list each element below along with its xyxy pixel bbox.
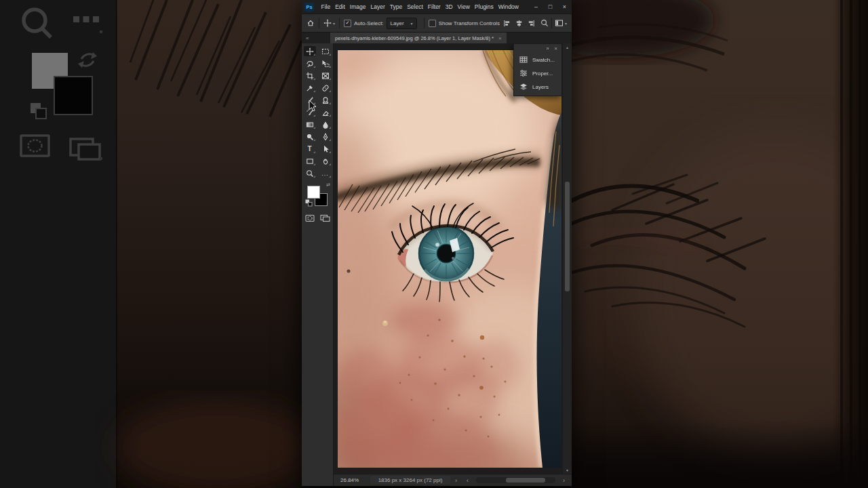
show-transform-checkbox[interactable] [429, 20, 436, 27]
tab-bar: « pexels-dhyamis-kleber-609549.jpg @ 26.… [302, 33, 572, 43]
workspace-icon[interactable] [555, 19, 564, 27]
document-tab[interactable]: pexels-dhyamis-kleber-609549.jpg @ 26.8%… [330, 33, 507, 43]
options-bar: ▾ ✓ Auto-Select: Layer ▾ Show Transform … [302, 14, 572, 33]
background-blur-left [0, 0, 302, 488]
minimize-button[interactable]: – [529, 0, 543, 14]
edit-toolbar-button[interactable]: ... [319, 168, 332, 178]
type-glyph: T [307, 146, 311, 152]
vertical-scrollbar-thumb[interactable] [565, 182, 570, 291]
expand-panels-icon[interactable]: » [546, 45, 549, 52]
background-right-art [572, 0, 868, 488]
page: { "window": { "app": "Ps", "menus": ["Fi… [0, 0, 868, 488]
home-icon[interactable] [307, 19, 315, 27]
crop-tool-button[interactable] [304, 70, 316, 81]
scroll-up-icon[interactable]: ▴ [563, 45, 572, 49]
chevron-down-icon: ▾ [411, 21, 413, 26]
auto-select-target-dropdown[interactable]: Layer ▾ [387, 18, 417, 29]
panel-close-icon[interactable]: × [555, 45, 557, 52]
horizontal-scrollbar-thumb[interactable] [506, 478, 545, 483]
swap-colors-icon[interactable]: ⇄ [326, 182, 330, 188]
path-selection-tool-button[interactable] [319, 144, 332, 154]
lasso-tool-button[interactable] [304, 58, 316, 68]
move-tool-option-icon[interactable]: ▾ [323, 19, 335, 27]
scroll-right-icon[interactable]: › [563, 477, 565, 484]
search-icon[interactable] [540, 19, 549, 27]
document-tab-title: pexels-dhyamis-kleber-609549.jpg @ 26.8%… [335, 35, 494, 41]
eyedropper-tool-button[interactable] [304, 83, 316, 93]
default-colors-icon[interactable] [305, 197, 313, 209]
align-right-icon[interactable] [528, 20, 535, 27]
document-area: » × Swatch... Proper... [334, 43, 572, 486]
panel-flyout: » × Swatch... Proper... [513, 43, 562, 96]
rectangle-tool-button[interactable] [304, 156, 316, 166]
zoom-level[interactable]: 26.84% [340, 477, 370, 483]
hand-tool-button[interactable] [319, 156, 332, 166]
menu-file[interactable]: File [319, 3, 333, 10]
type-tool-button[interactable]: T [304, 144, 316, 154]
frame-tool-button[interactable] [319, 70, 332, 81]
background-swatch-large [54, 77, 92, 115]
menu-view[interactable]: View [455, 3, 472, 10]
status-arrow-icon[interactable]: › [455, 477, 457, 484]
panel-item-swatches[interactable]: Swatch... [514, 53, 561, 66]
auto-select-target-value: Layer [391, 20, 404, 26]
ellipsis-icon-large [73, 16, 79, 22]
menu-window[interactable]: Window [496, 3, 521, 10]
menu-plugins[interactable]: Plugins [472, 3, 496, 10]
canvas-pasteboard[interactable]: » × Swatch... Proper... [334, 43, 562, 474]
document-image[interactable] [338, 50, 561, 468]
menu-3d[interactable]: 3D [443, 3, 455, 10]
panel-item-layers[interactable]: Layers [514, 80, 561, 94]
align-center-icon[interactable] [515, 20, 523, 27]
panel-item-properties[interactable]: Proper... [514, 66, 561, 80]
menu-image[interactable]: Image [347, 3, 368, 10]
close-button[interactable]: × [557, 0, 572, 14]
properties-icon [519, 69, 528, 77]
zoom-tool-button[interactable] [304, 168, 316, 178]
window-controls: – □ × [529, 0, 572, 14]
mouse-cursor [309, 100, 317, 115]
eraser-tool-button[interactable] [319, 107, 332, 117]
tool-grid: T ... [304, 46, 332, 178]
menu-type[interactable]: Type [387, 3, 404, 10]
chevron-down-icon: ▾ [333, 21, 335, 26]
maximize-button[interactable]: □ [543, 0, 557, 14]
auto-select-checkbox[interactable]: ✓ [344, 20, 351, 27]
auto-select-label: Auto-Select: [354, 20, 384, 26]
tools-panel: T ... ⇄ [302, 43, 334, 486]
photoshop-window: Ps File Edit Image Layer Type Select Fil… [302, 0, 572, 486]
vertical-scrollbar[interactable]: ▴ ▾ [562, 43, 572, 474]
background-blur-right [572, 0, 868, 488]
pen-tool-button[interactable] [319, 131, 332, 142]
panel-item-label: Swatch... [532, 57, 555, 63]
chevron-down-icon[interactable]: ▾ [565, 21, 567, 26]
menu-layer[interactable]: Layer [368, 3, 387, 10]
clone-stamp-tool-button[interactable] [319, 95, 332, 105]
quick-mask-icon[interactable] [305, 213, 315, 225]
spot-healing-brush-tool-button[interactable] [319, 83, 332, 93]
gradient-tool-button[interactable] [304, 119, 316, 129]
menu-edit[interactable]: Edit [333, 3, 348, 10]
panel-item-label: Proper... [532, 70, 553, 77]
menu-filter[interactable]: Filter [425, 3, 443, 10]
title-bar: Ps File Edit Image Layer Type Select Fil… [302, 0, 572, 14]
object-selection-tool-button[interactable] [319, 58, 332, 68]
menu-bar: File Edit Image Layer Type Select Filter… [319, 3, 528, 10]
menu-select[interactable]: Select [405, 3, 426, 10]
screen-mode-icon[interactable] [320, 213, 330, 225]
panel-item-label: Layers [532, 84, 549, 90]
align-left-icon[interactable] [503, 20, 511, 27]
scroll-left-icon[interactable]: ‹ [467, 477, 469, 484]
move-tool-button[interactable] [304, 46, 316, 56]
rectangular-marquee-tool-button[interactable] [319, 46, 332, 56]
tab-close-icon[interactable]: × [498, 35, 502, 41]
dodge-tool-button[interactable] [304, 131, 316, 142]
blur-tool-button[interactable] [319, 119, 332, 129]
layers-icon [519, 83, 528, 91]
ellipsis-icon: ... [321, 172, 329, 175]
photo-art [338, 50, 561, 468]
scroll-down-icon[interactable]: ▾ [563, 468, 572, 472]
horizontal-scrollbar[interactable] [476, 477, 555, 483]
collapse-panels-icon[interactable]: « [302, 33, 330, 43]
show-transform-label: Show Transform Controls [439, 20, 500, 26]
